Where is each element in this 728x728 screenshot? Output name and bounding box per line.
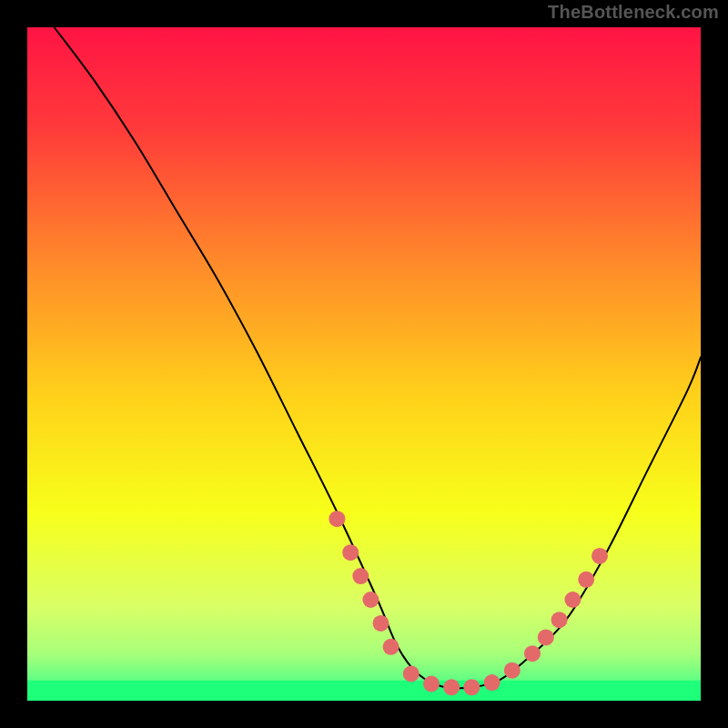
green-optimal-band: [27, 681, 701, 701]
curve-marker: [463, 679, 480, 695]
curve-marker: [329, 511, 345, 527]
curve-marker: [484, 674, 500, 691]
curve-marker: [504, 662, 521, 679]
bottleneck-curve-chart: [0, 0, 728, 728]
chart-frame: TheBottleneck.com: [0, 0, 728, 728]
curve-marker: [592, 548, 608, 564]
curve-marker: [578, 571, 594, 588]
curve-marker: [524, 645, 541, 662]
curve-marker: [383, 639, 399, 655]
curve-marker: [352, 568, 369, 584]
curve-marker: [342, 544, 359, 561]
curve-marker: [551, 612, 568, 628]
curve-marker: [362, 592, 379, 608]
curve-marker: [373, 615, 389, 632]
curve-marker: [443, 679, 460, 695]
curve-marker: [423, 676, 440, 693]
curve-marker: [403, 665, 420, 682]
watermark-text: TheBottleneck.com: [548, 2, 719, 23]
curve-marker: [538, 629, 554, 645]
curve-marker: [564, 592, 581, 608]
